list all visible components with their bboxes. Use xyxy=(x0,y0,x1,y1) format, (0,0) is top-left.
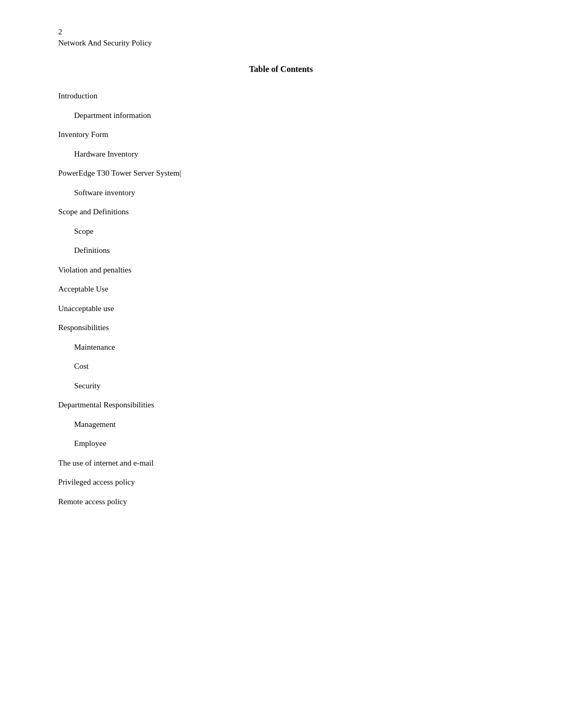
toc-item-13: Maintenance xyxy=(58,341,504,353)
toc-item-19: The use of internet and e-mail xyxy=(58,457,504,469)
toc-item-20: Privileged access policy xyxy=(58,476,504,488)
toc-item-7: Scope xyxy=(58,225,504,238)
toc-list: IntroductionDepartment informationInvent… xyxy=(58,90,504,507)
page: 2 Network And Security Policy Table of C… xyxy=(0,0,562,728)
toc-item-17: Management xyxy=(58,418,504,431)
toc-item-12: Responsibilities xyxy=(58,322,504,334)
toc-item-4: PowerEdge T30 Tower Server System| xyxy=(58,167,504,179)
toc-item-11: Unacceptable use xyxy=(58,303,504,315)
toc-item-18: Employee xyxy=(58,438,504,450)
toc-item-15: Security xyxy=(58,380,504,392)
toc-item-16: Departmental Responsibilities xyxy=(58,399,504,411)
toc-item-14: Cost xyxy=(58,360,504,372)
toc-item-1: Department information xyxy=(58,110,504,122)
toc-item-9: Violation and penalties xyxy=(58,264,504,276)
toc-item-10: Acceptable Use xyxy=(58,283,504,295)
toc-item-3: Hardware Inventory xyxy=(58,148,504,160)
toc-item-2: Inventory Form xyxy=(58,129,504,141)
toc-item-6: Scope and Definitions xyxy=(58,206,504,218)
toc-item-8: Definitions xyxy=(58,244,504,257)
toc-item-21: Remote access policy xyxy=(58,496,504,508)
toc-item-0: Introduction xyxy=(58,90,504,102)
doc-title-header: Network And Security Policy xyxy=(58,38,504,49)
toc-item-5: Software inventory xyxy=(58,187,504,199)
toc-title: Table of Contents xyxy=(58,65,504,74)
page-header: 2 Network And Security Policy xyxy=(58,26,504,49)
page-number: 2 xyxy=(58,26,504,38)
